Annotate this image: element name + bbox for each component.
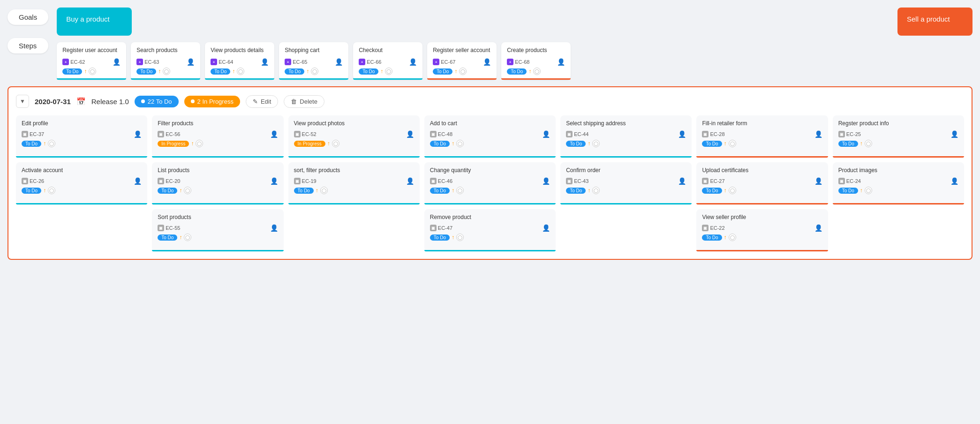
ec-icon: +: [359, 59, 365, 65]
person-icon: 👤: [950, 177, 958, 185]
person-icon: 👤: [542, 130, 550, 138]
priority-icon: ↑: [43, 187, 46, 194]
circle-btn[interactable]: ◯: [320, 187, 328, 194]
ec-icon: ▣: [702, 131, 709, 137]
person-icon: 👤: [483, 58, 491, 66]
dot-icon: [141, 99, 145, 103]
release-card: Edit profile ▣ EC-37 👤 To Do ↑ ◯: [16, 115, 147, 158]
release-card: View seller profile ▣ EC-22 👤 To Do ↑ ◯: [696, 209, 828, 251]
person-icon: 👤: [406, 130, 414, 138]
ec-icon: ▣: [158, 225, 164, 231]
ec-icon: +: [136, 59, 143, 65]
ec-icon: +: [211, 59, 217, 65]
circle-btn[interactable]: ◯: [48, 140, 55, 147]
circle-btn[interactable]: ◯: [311, 68, 318, 75]
priority-icon: ↑: [179, 187, 182, 194]
release-card: Upload certificates ▣ EC-27 👤 To Do ↑ ◯: [696, 162, 828, 204]
circle-btn[interactable]: ◯: [592, 187, 600, 194]
person-icon: 👤: [113, 58, 121, 66]
priority-icon: ↑: [860, 140, 863, 147]
person-icon: 👤: [409, 58, 417, 66]
circle-btn[interactable]: ◯: [459, 68, 467, 75]
circle-btn[interactable]: ◯: [196, 140, 203, 147]
person-icon: 👤: [814, 177, 822, 185]
release-card: Activate account ▣ EC-26 👤 To Do ↑ ◯: [16, 162, 147, 204]
goal-sell[interactable]: Sell a product: [897, 8, 972, 36]
todo-badge: 22 To Do: [135, 96, 179, 107]
circle-btn[interactable]: ◯: [237, 68, 244, 75]
release-section: ▼ 2020-07-31 📅 Release 1.0 22 To Do 2 In…: [8, 86, 972, 260]
step-card: Create products + EC-68 👤 To Do ↑ ◯: [501, 42, 571, 80]
circle-btn[interactable]: ◯: [729, 234, 736, 241]
release-card: Fill-in retailer form ▣ EC-28 👤 To Do ↑ …: [696, 115, 828, 158]
priority-icon: ↑: [43, 140, 46, 147]
step-card: Register seller account + EC-67 👤 To Do …: [427, 42, 497, 80]
circle-btn[interactable]: ◯: [184, 187, 191, 194]
step-card: Shopping cart + EC-65 👤 To Do ↑ ◯: [279, 42, 348, 80]
circle-btn[interactable]: ◯: [385, 68, 392, 75]
circle-btn[interactable]: ◯: [456, 187, 464, 194]
ec-icon: +: [285, 59, 291, 65]
person-icon: 👤: [814, 130, 822, 138]
circle-btn[interactable]: ◯: [332, 140, 339, 147]
priority-icon: ↑: [232, 68, 235, 75]
priority-icon: ↑: [316, 187, 318, 194]
release-card: List products ▣ EC-20 👤 To Do ↑ ◯: [152, 162, 283, 204]
ec-icon: ▣: [566, 131, 573, 137]
release-card: View product photos ▣ EC-52 👤 In Progres…: [288, 115, 420, 158]
circle-btn[interactable]: ◯: [89, 68, 96, 75]
step-card: Register user account + EC-62 👤 To Do ↑ …: [57, 42, 126, 80]
inprogress-badge: 2 In Progress: [184, 96, 240, 107]
edit-button[interactable]: ✎ Edit: [246, 95, 278, 108]
priority-icon: ↑: [724, 187, 727, 194]
priority-icon: ↑: [158, 68, 161, 75]
ec-icon: ▣: [430, 225, 437, 231]
person-icon: 👤: [678, 130, 686, 138]
priority-icon: ↑: [454, 68, 457, 75]
circle-btn[interactable]: ◯: [456, 234, 464, 241]
person-icon: 👤: [134, 177, 142, 185]
circle-btn[interactable]: ◯: [48, 187, 55, 194]
priority-icon: ↑: [724, 234, 727, 241]
circle-btn[interactable]: ◯: [592, 140, 600, 147]
circle-btn[interactable]: ◯: [729, 187, 736, 194]
ec-icon: +: [433, 59, 439, 65]
circle-btn[interactable]: ◯: [865, 140, 872, 147]
priority-icon: ↑: [528, 68, 531, 75]
circle-btn[interactable]: ◯: [533, 68, 541, 75]
priority-icon: ↑: [452, 140, 454, 147]
priority-icon: ↑: [724, 140, 727, 147]
person-icon: 👤: [950, 130, 958, 138]
person-icon: 👤: [270, 177, 278, 185]
circle-btn[interactable]: ◯: [184, 234, 191, 241]
person-icon: 👤: [406, 177, 414, 185]
release-card: Sort products ▣ EC-55 👤 To Do ↑ ◯: [152, 209, 283, 251]
circle-btn[interactable]: ◯: [729, 140, 736, 147]
ec-icon: ▣: [702, 178, 709, 184]
person-icon: 👤: [187, 58, 195, 66]
ec-icon: ▣: [430, 178, 437, 184]
ec-icon: ▣: [838, 131, 845, 137]
priority-icon: ↑: [588, 187, 590, 194]
trash-icon: 🗑: [291, 98, 297, 105]
priority-icon: ↑: [380, 68, 383, 75]
ec-icon: ▣: [702, 225, 709, 231]
circle-btn[interactable]: ◯: [865, 187, 872, 194]
release-cards-grid: Edit profile ▣ EC-37 👤 To Do ↑ ◯ Activat…: [16, 115, 964, 251]
priority-icon: ↑: [588, 140, 590, 147]
person-icon: 👤: [261, 58, 269, 66]
release-card: Regster product info ▣ EC-25 👤 To Do ↑ ◯: [833, 115, 964, 158]
calendar-icon: 📅: [76, 97, 86, 106]
release-date: 2020-07-31: [35, 98, 71, 106]
release-name: Release 1.0: [91, 98, 129, 106]
delete-button[interactable]: 🗑 Delete: [284, 95, 324, 108]
person-icon: 👤: [335, 58, 343, 66]
person-icon: 👤: [270, 224, 278, 232]
priority-icon: ↑: [191, 140, 194, 147]
collapse-button[interactable]: ▼: [16, 95, 29, 108]
circle-btn[interactable]: ◯: [163, 68, 170, 75]
circle-btn[interactable]: ◯: [456, 140, 464, 147]
goal-buy[interactable]: Buy a product: [57, 8, 132, 36]
release-card: sort, filter products ▣ EC-19 👤 To Do ↑ …: [288, 162, 420, 204]
step-card: View products details + EC-64 👤 To Do ↑ …: [205, 42, 274, 80]
